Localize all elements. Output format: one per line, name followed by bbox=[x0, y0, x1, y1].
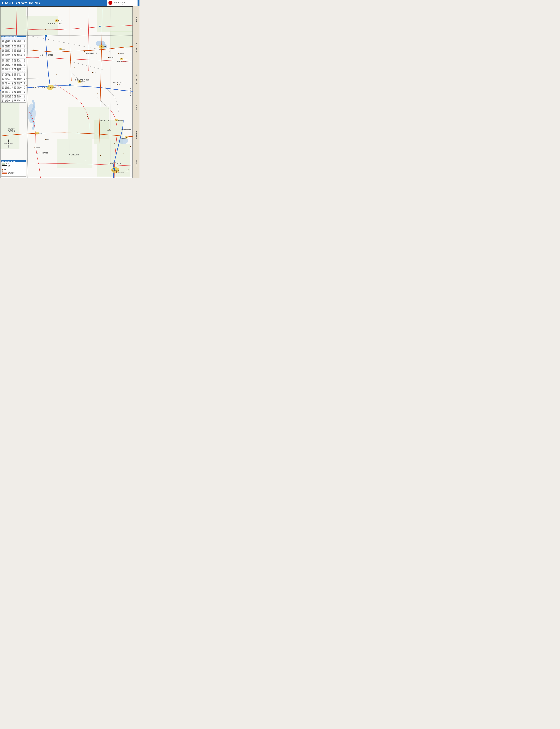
svg-marker-128 bbox=[9, 143, 12, 144]
interstate-label: Interstate Highways bbox=[8, 174, 16, 175]
svg-text:N: N bbox=[8, 139, 9, 140]
svg-point-96 bbox=[35, 147, 35, 148]
svg-text:NIOBRARA: NIOBRARA bbox=[113, 82, 124, 84]
us-hwy-line bbox=[2, 173, 7, 174]
zip-row: 82063SARATOGAE1182712BEULAHI2 bbox=[1, 68, 26, 69]
svg-text:25: 25 bbox=[70, 85, 71, 86]
legend-interstate: Interstate Highways bbox=[2, 174, 26, 175]
zip-row: 82242WHEATLANDH982834BUFFALOD5 bbox=[1, 92, 26, 93]
zip-row: 82313SAVERYG12 bbox=[1, 101, 26, 102]
compass-rose: N S E W bbox=[4, 139, 13, 148]
zip-row: 82190YELLOWSTONEA482714DEVILS TOWERH2 bbox=[1, 71, 26, 72]
zip-row: 82312SARATOGAG1282945WYARNOD4 bbox=[1, 100, 26, 101]
bottom-legend: 2017 EASTERN WYOMING County State ZIP Co… bbox=[1, 160, 26, 176]
svg-text:Gillette: Gillette bbox=[103, 46, 107, 48]
svg-text:CAMPBELL: CAMPBELL bbox=[84, 52, 98, 54]
zip-row: 82007CHEYENNEH1282615ALCOVAE8 bbox=[1, 48, 26, 50]
legend-state-hwy: State Highways bbox=[2, 172, 26, 173]
svg-text:CONVERSE: CONVERSE bbox=[75, 79, 89, 81]
zip-row: 82053GRANITE CANONG1282639HILANDD8 bbox=[1, 56, 26, 59]
svg-point-104 bbox=[33, 49, 34, 49]
zip-row: 82050ALBINI1182633DOUGLASF9 bbox=[1, 52, 26, 54]
svg-text:PLATTE: PLATTE bbox=[100, 120, 110, 122]
svg-point-115 bbox=[78, 132, 78, 133]
zip-row: 82229TORRINGTONI982831ARVADAD3 bbox=[1, 88, 26, 89]
svg-point-72 bbox=[112, 169, 114, 171]
svg-text:WATER: WATER bbox=[8, 130, 15, 132]
zip-row: 82311HANNAF1282901WOLFC2 bbox=[1, 98, 26, 100]
zip-row: 82244TORRINGTONI1282837LEITERD4 bbox=[1, 95, 26, 96]
svg-marker-129 bbox=[5, 143, 8, 144]
svg-text:Laramie: Laramie bbox=[114, 169, 119, 171]
svg-text:Moorcroft: Moorcroft bbox=[109, 57, 114, 58]
svg-text:Cheyenne: Cheyenne bbox=[118, 171, 124, 173]
svg-point-130 bbox=[8, 143, 9, 144]
town-dot-legend bbox=[2, 170, 3, 171]
svg-text:90: 90 bbox=[45, 36, 46, 37]
bottom-legend-title: 2017 EASTERN WYOMING bbox=[1, 160, 26, 162]
border-label-nebraska: Nebraska bbox=[135, 131, 137, 139]
svg-text:CARBON: CARBON bbox=[37, 151, 48, 154]
zip-row: 82008BUFORDG1282620ARMINTOD8 bbox=[1, 50, 26, 51]
logo-icon: Market MAPS On Target. On Time. bbox=[108, 0, 113, 6]
svg-text:Sundance: Sundance bbox=[119, 53, 124, 54]
zip-row: 82003CHEYENNEH1282336WAMSUTTERC9 bbox=[1, 43, 26, 45]
zip-row: 82057LARAMIEG1182643NATRONAE7 bbox=[1, 61, 26, 62]
zip-row: 82059LARAMIEG1182645RECLUSEE3 bbox=[1, 64, 26, 65]
svg-point-68 bbox=[56, 20, 57, 21]
zip-row: 82213HAWK SPRINGSI1282720MOORCROFTH2 bbox=[1, 76, 26, 78]
page-title: EASTERN WYOMING bbox=[2, 1, 40, 5]
zip-row: 82054HILLSDALEI2182640LINCHD8 bbox=[1, 59, 26, 60]
svg-text:25: 25 bbox=[47, 86, 48, 87]
svg-text:90: 90 bbox=[100, 26, 101, 27]
svg-point-78 bbox=[79, 81, 80, 82]
zip-row: 82241YODERJ982833BUFFALOD5 bbox=[1, 91, 26, 92]
svg-point-114 bbox=[87, 116, 88, 117]
zip-row: 82310ENCAMPMENTG1282842STORYC2 bbox=[1, 97, 26, 98]
zip-legend: ZIP Code Index/Grid Locator ZIP Code ZIP… bbox=[1, 35, 26, 102]
legend-section-cities: Cities and Towns bbox=[2, 168, 26, 169]
svg-point-16 bbox=[28, 103, 36, 123]
border-label-fall-river: FALL RIVER bbox=[135, 74, 137, 84]
svg-point-66 bbox=[50, 87, 51, 88]
svg-text:Torrington: Torrington bbox=[121, 138, 126, 139]
county-swatch bbox=[2, 163, 5, 165]
city-dot-legend bbox=[2, 169, 3, 170]
svg-text:CUSTER: CUSTER bbox=[130, 88, 131, 96]
svg-text:MAPS: MAPS bbox=[109, 2, 112, 3]
zip-label: ZIP Code bbox=[8, 166, 12, 167]
svg-point-92 bbox=[118, 53, 119, 54]
svg-text:GOSHEN: GOSHEN bbox=[121, 128, 131, 131]
svg-point-107 bbox=[73, 29, 73, 30]
zip-row: 82061ROCK RIVERF1182711ALADDINI2 bbox=[1, 66, 26, 68]
right-border-labels: BUTTE LAWRENCE FALL RIVER SIOUX Nebraska… bbox=[133, 6, 139, 178]
map-container: BUTTE LAWRENCE FALL RIVER SIOUX Nebraska… bbox=[0, 6, 139, 178]
zip-row: 82004CHEYENNEH1182604CASPERE7 bbox=[1, 45, 26, 46]
svg-marker-126 bbox=[8, 140, 9, 143]
svg-point-124 bbox=[123, 153, 124, 154]
city-label-lg: City bbox=[4, 169, 6, 170]
zip-legend-columns: ZIP Code ZIP Name Co. ZIP Code ZIP Name … bbox=[1, 37, 26, 40]
svg-point-120 bbox=[35, 110, 36, 110]
legend-state: State bbox=[2, 165, 26, 166]
svg-point-108 bbox=[84, 51, 85, 52]
state-line bbox=[2, 165, 7, 166]
svg-text:E: E bbox=[12, 143, 13, 144]
svg-point-70 bbox=[101, 46, 102, 47]
zip-row: 82009CHEYENNEH1282630DOUGLASF9 bbox=[1, 51, 26, 52]
svg-point-84 bbox=[116, 120, 117, 120]
zip-row: 82225LUSKH782731WESTONG4 bbox=[1, 84, 26, 85]
svg-text:Buffalo: Buffalo bbox=[61, 48, 65, 50]
svg-point-90 bbox=[108, 57, 109, 58]
svg-text:S: S bbox=[8, 147, 9, 148]
svg-text:ALBANY: ALBANY bbox=[69, 153, 80, 156]
svg-text:Hanna: Hanna bbox=[46, 139, 49, 140]
svg-point-119 bbox=[26, 85, 27, 86]
svg-point-117 bbox=[86, 160, 86, 161]
zip-row: 82055LARAMIEF1182642MILLSE7 bbox=[1, 60, 26, 61]
zip-row: 82071WHEATLANDH982713BUFFALO TOWERH2 bbox=[1, 69, 26, 71]
zip-row: 82212FORT LARAMIEH882718GILLETTEF3 bbox=[1, 75, 26, 76]
zip-row: 82215JAY EMH82721PINE HAVENH3 bbox=[1, 78, 26, 79]
svg-text:Wheatland: Wheatland bbox=[118, 120, 123, 121]
state-hwy-line bbox=[2, 172, 7, 172]
